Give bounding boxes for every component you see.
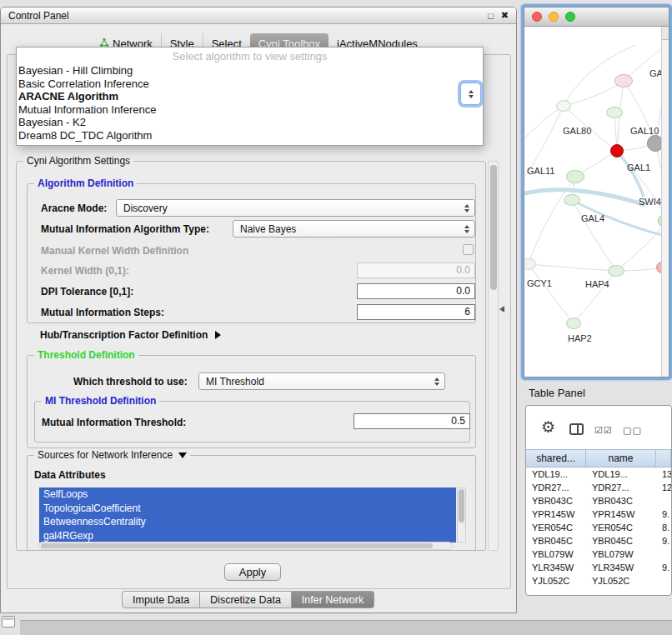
minimize-traffic-light-icon[interactable] (549, 12, 559, 22)
cyni-algorithm-settings-group: Cyni Algorithm Settings Algorithm Defini… (16, 161, 486, 551)
algorithm-option[interactable]: Bayesian - Hill Climbing (17, 64, 483, 78)
mi-threshold-definition-title: MI Threshold Definition (42, 395, 159, 407)
control-panel-window: Control Panel □ ✖ Network Style Select C… (0, 7, 517, 613)
settings-vertical-scrollbar[interactable] (488, 161, 499, 551)
table-row[interactable]: YBR045CYBR045C9. (526, 534, 671, 548)
table-cell: YBR045C (586, 536, 656, 546)
panel-splitter-arrow[interactable] (499, 306, 504, 312)
columns-icon[interactable] (569, 423, 584, 435)
kernel-width-field[interactable]: 0.0 (357, 262, 475, 278)
combo-arrows-icon (464, 225, 469, 233)
network-node-label: GAL11 (527, 166, 554, 176)
network-node[interactable] (566, 318, 581, 329)
mi-steps-label: Mutual Information Steps: (41, 307, 164, 318)
algorithm-definition-title: Algorithm Definition (34, 178, 137, 189)
tab-discretize-data[interactable]: Discretize Data (200, 591, 292, 608)
close-traffic-light-icon[interactable] (532, 12, 542, 22)
network-node-label: GAL10 (630, 126, 659, 136)
table-row[interactable]: YBR043CYBR043C (526, 494, 671, 508)
table-cell: YBR045C (526, 536, 586, 546)
scroll-up-button[interactable] (662, 27, 669, 40)
gear-icon[interactable]: ⚙ (541, 418, 555, 437)
network-node-label: GAL4 (581, 213, 604, 223)
hub-definition-expander[interactable]: Hub/Transcription Factor Definition (40, 329, 221, 341)
control-panel-titlebar[interactable]: Control Panel □ ✖ (1, 8, 516, 24)
data-attribute-item[interactable]: gal4RGexp (39, 529, 456, 543)
network-node[interactable] (614, 74, 633, 88)
data-attribute-item[interactable]: TopologicalCoefficient (39, 502, 456, 516)
attributes-list-scrollbar[interactable] (457, 488, 466, 542)
table-cell: YLR345W (586, 562, 656, 572)
table-row[interactable]: YLR345WYLR345W9. (526, 561, 671, 574)
column-header-shared-name[interactable]: shared... (526, 450, 586, 467)
zoom-traffic-light-icon[interactable] (565, 12, 575, 22)
column-header-name[interactable]: name (586, 450, 656, 467)
network-node-label: GAL1 (627, 162, 650, 172)
algorithm-option[interactable]: Basic Correlation Inference (17, 78, 483, 91)
network-scrollbar[interactable] (661, 27, 669, 377)
settings-group-title: Cyni Algorithm Settings (23, 155, 133, 167)
tab-infer-network[interactable]: Infer Network (292, 591, 374, 608)
data-attribute-item[interactable]: SelfLoops (39, 488, 456, 502)
tab-impute-data[interactable]: Impute Data (122, 591, 200, 608)
table-row[interactable]: YPR145WYPR145W9. (526, 508, 671, 521)
table-row[interactable]: YJL052CYJL052C (526, 574, 671, 588)
table-row[interactable]: YDL19...YDL19...13 (526, 468, 671, 481)
deselect-all-icon[interactable]: ▢▢ (623, 425, 642, 436)
network-node[interactable] (566, 170, 584, 183)
network-window-titlebar[interactable] (524, 8, 669, 27)
aracne-mode-label: Aracne Mode: (41, 202, 107, 214)
dpi-tolerance-label: DPI Tolerance [0,1]: (41, 286, 133, 298)
data-attributes-list[interactable]: SelfLoopsTopologicalCoefficientBetweenne… (39, 488, 456, 542)
table-cell: YER054C (526, 522, 586, 532)
column-header-clipped[interactable] (656, 450, 671, 467)
network-node-label: GCY1 (527, 278, 552, 288)
mi-algorithm-type-select[interactable]: Naive Bayes (233, 220, 475, 238)
network-node[interactable] (564, 194, 580, 206)
algorithm-option[interactable]: Dream8 DC_TDC Algorithm (17, 129, 483, 142)
data-attributes-label: Data Attributes (34, 469, 106, 481)
manual-kernel-checkbox[interactable] (463, 244, 474, 255)
apply-button[interactable]: Apply (224, 563, 281, 581)
algorithm-option[interactable]: ARACNE Algorithm (17, 90, 483, 103)
table-row[interactable]: YDR27...YDR27...12 (526, 481, 671, 494)
which-threshold-select[interactable]: MI Threshold (198, 372, 445, 390)
close-window-icon[interactable]: ✖ (501, 10, 509, 21)
table-cell: YPR145W (586, 509, 656, 519)
sources-group-title[interactable]: Sources for Network Inference (34, 449, 190, 461)
float-window-icon[interactable]: □ (488, 11, 494, 21)
algorithm-dropdown-popup: Select algorithm to view settings Bayesi… (16, 47, 484, 146)
network-view-window: GALGAL80GAL10GAL11GAL1SWI4GAL4GCY1HAP4YH… (521, 4, 672, 380)
threshold-definition-title: Threshold Definition (34, 349, 138, 361)
algorithm-option[interactable]: Bayesian - K2 (17, 116, 483, 129)
network-node[interactable] (556, 100, 571, 112)
sources-title-label: Sources for Network Inference (38, 449, 173, 461)
kernel-width-label: Kernel Width (0,1): (41, 265, 129, 277)
which-threshold-value: MI Threshold (206, 376, 264, 388)
cyni-mode-tabs: Impute Data Discretize Data Infer Networ… (122, 591, 374, 608)
table-body: YDL19...YDL19...13YDR27...YDR27...12YBR0… (526, 468, 671, 588)
network-node[interactable] (606, 107, 623, 118)
algorithm-option[interactable]: Mutual Information Inference (17, 103, 483, 117)
data-attribute-item[interactable]: BetweennessCentrality (39, 515, 456, 529)
network-canvas[interactable]: GALGAL80GAL10GAL11GAL1SWI4GAL4GCY1HAP4YH… (524, 27, 669, 377)
network-node[interactable] (610, 144, 624, 158)
combo-arrows-icon (469, 90, 474, 98)
table-row[interactable]: YER054CYER054C8. (526, 521, 671, 534)
select-all-icon[interactable]: ☑☑ (594, 425, 613, 436)
settings-horizontal-scrollbar[interactable] (38, 542, 453, 550)
table-cell: YBL079W (586, 549, 656, 559)
algorithm-select-combo[interactable] (460, 82, 481, 105)
aracne-mode-select[interactable]: Discovery (116, 199, 475, 217)
table-cell: 9. (656, 562, 671, 572)
dpi-tolerance-field[interactable]: 0.0 (357, 283, 475, 299)
mi-steps-field[interactable]: 6 (357, 304, 475, 320)
table-row[interactable]: YBL079WYBL079W (526, 548, 671, 561)
network-node[interactable] (608, 265, 624, 277)
mi-threshold-field[interactable]: 0.5 (354, 413, 470, 429)
table-cell: YDR27... (586, 482, 656, 492)
minimized-panel-icon[interactable] (2, 616, 15, 628)
algorithm-definition-group: Algorithm Definition Aracne Mode: Discov… (27, 183, 476, 323)
network-node-label: SWI4 (639, 197, 661, 207)
manual-kernel-label: Manual Kernel Width Definition (41, 245, 188, 257)
